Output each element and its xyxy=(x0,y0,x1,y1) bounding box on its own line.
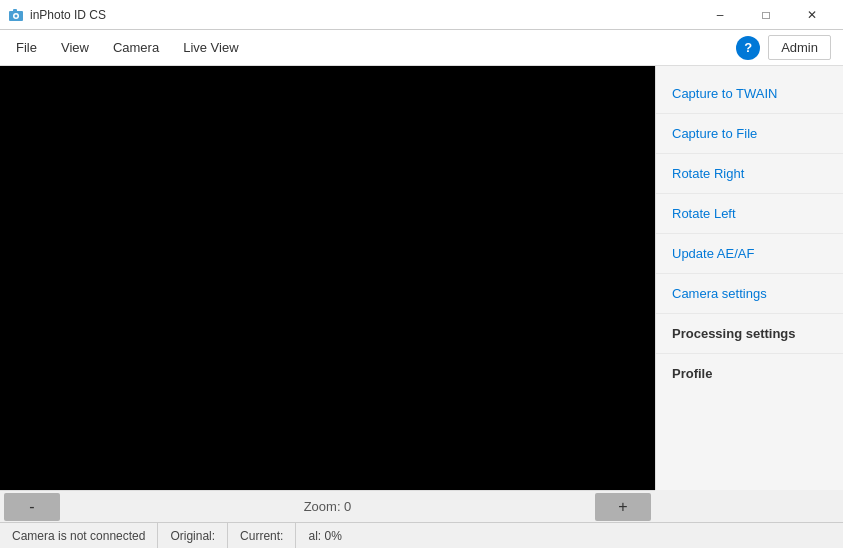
admin-button[interactable]: Admin xyxy=(768,35,831,60)
original-status: Original: xyxy=(158,523,228,548)
rotate-right-button[interactable]: Rotate Right xyxy=(656,154,843,194)
capture-file-button[interactable]: Capture to File xyxy=(656,114,843,154)
bottom-row: - Zoom: 0 + xyxy=(0,490,843,522)
zoom-label: Zoom: 0 xyxy=(64,499,591,514)
menu-bar: File View Camera Live View ? Admin xyxy=(0,30,843,66)
camera-settings-button[interactable]: Camera settings xyxy=(656,274,843,314)
svg-point-2 xyxy=(15,14,18,17)
camera-status: Camera is not connected xyxy=(0,523,158,548)
camera-status-text: Camera is not connected xyxy=(12,529,145,543)
title-bar: inPhoto ID CS – □ ✕ xyxy=(0,0,843,30)
main-layout: Capture to TWAIN Capture to File Rotate … xyxy=(0,66,843,490)
zoom-in-button[interactable]: + xyxy=(595,493,651,521)
menu-live-view[interactable]: Live View xyxy=(171,34,250,61)
processing-settings-button[interactable]: Processing settings xyxy=(656,314,843,354)
current-label: Current: xyxy=(240,529,283,543)
original-label: Original: xyxy=(170,529,215,543)
menu-items: File View Camera Live View xyxy=(4,34,251,61)
status-bar: Camera is not connected Original: Curren… xyxy=(0,522,843,548)
right-panel: Capture to TWAIN Capture to File Rotate … xyxy=(655,66,843,490)
menu-file[interactable]: File xyxy=(4,34,49,61)
update-aeaf-button[interactable]: Update AE/AF xyxy=(656,234,843,274)
menu-camera[interactable]: Camera xyxy=(101,34,171,61)
current-status: Current: xyxy=(228,523,296,548)
maximize-button[interactable]: □ xyxy=(743,0,789,30)
bottom-left: - Zoom: 0 + xyxy=(0,490,655,522)
app-icon xyxy=(8,7,24,23)
minimize-button[interactable]: – xyxy=(697,0,743,30)
menu-bar-right: ? Admin xyxy=(736,35,839,60)
zoom-bar: - Zoom: 0 + xyxy=(0,490,655,522)
profile-button[interactable]: Profile xyxy=(656,354,843,393)
help-button[interactable]: ? xyxy=(736,36,760,60)
title-bar-left: inPhoto ID CS xyxy=(8,7,106,23)
zoom-percentage: al: 0% xyxy=(308,529,341,543)
camera-preview xyxy=(0,66,655,490)
app-title: inPhoto ID CS xyxy=(30,8,106,22)
zoom-out-button[interactable]: - xyxy=(4,493,60,521)
menu-view[interactable]: View xyxy=(49,34,101,61)
zoom-status: al: 0% xyxy=(296,523,353,548)
close-button[interactable]: ✕ xyxy=(789,0,835,30)
window-controls: – □ ✕ xyxy=(697,0,835,30)
capture-twain-button[interactable]: Capture to TWAIN xyxy=(656,74,843,114)
rotate-left-button[interactable]: Rotate Left xyxy=(656,194,843,234)
svg-rect-3 xyxy=(13,9,17,12)
